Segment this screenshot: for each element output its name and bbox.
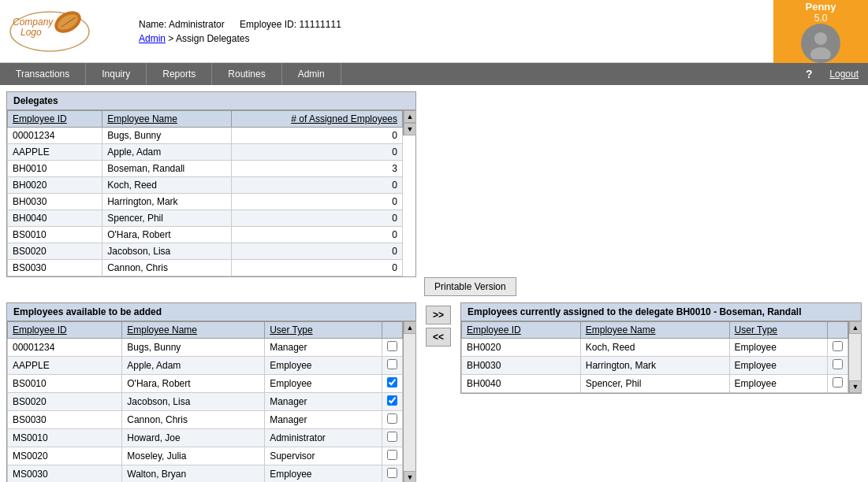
available-cell-empid: MS0020 [8,447,122,465]
assigned-row[interactable]: BH0040 Spencer, Phil Employee [462,375,848,393]
printable-version-button[interactable]: Printable Version [424,277,516,296]
delegates-col-assigned[interactable]: # of Assigned Employees [231,111,402,128]
delegates-row[interactable]: BH0020 Koch, Reed 0 [8,177,403,194]
nav-admin[interactable]: Admin [282,63,341,85]
available-table: Employee ID Employee Name User Type 0000… [7,321,403,482]
assigned-row[interactable]: BH0020 Koch, Reed Employee [462,339,848,357]
assigned-row[interactable]: BH0030 Harrington, Mark Employee [462,357,848,375]
available-checkbox[interactable] [387,377,397,387]
remove-button[interactable]: << [426,328,451,347]
header: Company Logo Name: Administrator Employe… [0,0,868,63]
delegates-row[interactable]: AAPPLE Apple, Adam 0 [8,144,403,161]
available-checkbox[interactable] [387,450,397,460]
available-checkbox[interactable] [387,413,397,424]
nav-routines[interactable]: Routines [212,63,281,85]
assigned-scroll-down[interactable]: ▼ [849,380,862,393]
assigned-cell-check[interactable] [828,375,848,393]
delegates-col-empid[interactable]: Employee ID [8,111,102,128]
available-row[interactable]: BS0030 Cannon, Chris Manager [8,411,403,429]
delegates-panel-title: Delegates [7,92,415,110]
assigned-cell-usertype: Employee [729,375,827,393]
assigned-checkbox[interactable] [833,341,843,351]
available-checkbox[interactable] [387,468,397,478]
assigned-scroll-up[interactable]: ▲ [849,321,862,334]
available-scroll-down[interactable]: ▼ [404,471,416,482]
available-cell-check[interactable] [382,447,403,465]
breadcrumb: Admin > Assign Delegates [139,33,855,44]
available-cell-check[interactable] [382,411,403,429]
available-cell-check[interactable] [382,429,403,447]
delegates-row[interactable]: BH0040 Spencer, Phil 0 [8,210,403,227]
delegates-row[interactable]: BH0010 Boseman, Randall 3 [8,161,403,177]
available-row[interactable]: MS0010 Howard, Joe Administrator [8,429,403,447]
available-cell-check[interactable] [382,375,403,393]
assigned-cell-empid: BH0040 [462,375,581,393]
breadcrumb-admin-link[interactable]: Admin [139,33,166,44]
delegates-col-empname[interactable]: Employee Name [102,111,231,128]
nav-inquiry[interactable]: Inquiry [86,63,147,85]
available-cell-check[interactable] [382,339,403,357]
available-checkbox[interactable] [387,359,397,369]
available-cell-check[interactable] [382,465,403,483]
assigned-checkbox[interactable] [833,377,843,387]
delegates-scroll-down[interactable]: ▼ [404,123,416,135]
available-cell-empid: MS0010 [8,429,122,447]
help-button[interactable]: ? [798,63,820,85]
svg-point-6 [814,32,827,45]
delegates-scroll-up[interactable]: ▲ [404,110,416,123]
available-scroll-track [404,334,415,471]
delegates-cell-empid: 00001234 [8,128,102,144]
available-cell-empid: BS0010 [8,375,122,393]
available-row[interactable]: BS0010 O'Hara, Robert Employee [8,375,403,393]
available-row[interactable]: MS0020 Moseley, Julia Supervisor [8,447,403,465]
bottom-row: Employees available to be added Employee… [6,302,862,482]
assigned-cell-check[interactable] [828,339,848,357]
avatar-icon [805,28,836,59]
delegates-table: Employee ID Employee Name # of Assigned … [7,110,403,276]
available-col-empid[interactable]: Employee ID [8,322,122,339]
delegates-row[interactable]: BS0010 O'Hara, Robert 0 [8,227,403,243]
available-cell-check[interactable] [382,393,403,411]
available-cell-usertype: Employee [265,465,382,483]
delegates-cell-empid: BS0020 [8,243,102,260]
available-cell-empname: Jacobson, Lisa [122,393,265,411]
available-checkbox[interactable] [387,341,397,351]
assigned-cell-usertype: Employee [729,339,827,357]
breadcrumb-sep: > Assign Delegates [168,33,249,44]
available-row[interactable]: MS0030 Walton, Bryan Employee [8,465,403,483]
available-col-usertype[interactable]: User Type [265,322,382,339]
delegates-row[interactable]: BS0020 Jacobson, Lisa 0 [8,243,403,260]
delegates-row[interactable]: 00001234 Bugs, Bunny 0 [8,128,403,144]
delegates-cell-empid: BH0040 [8,210,102,227]
assigned-checkbox[interactable] [833,359,843,369]
add-button[interactable]: >> [426,306,451,324]
available-checkbox[interactable] [387,432,397,442]
available-scroll-up[interactable]: ▲ [404,321,416,334]
logout-button[interactable]: Logout [820,69,868,80]
assigned-col-empid[interactable]: Employee ID [462,322,581,339]
delegates-cell-assigned: 0 [231,194,402,210]
nav-transactions[interactable]: Transactions [0,63,86,85]
available-row[interactable]: 00001234 Bugs, Bunny Manager [8,339,403,357]
assigned-cell-check[interactable] [828,357,848,375]
assigned-header-row: Employee ID Employee Name User Type [462,322,848,339]
nav-reports[interactable]: Reports [147,63,212,85]
emp-id-value: 11111111 [299,19,341,30]
available-row[interactable]: BS0020 Jacobson, Lisa Manager [8,393,403,411]
available-checkbox[interactable] [387,395,397,406]
delegates-cell-empname: Jacobson, Lisa [102,243,231,260]
available-cell-check[interactable] [382,357,403,375]
assigned-col-usertype[interactable]: User Type [729,322,827,339]
delegates-row[interactable]: BH0030 Harrington, Mark 0 [8,194,403,210]
available-cell-empname: Apple, Adam [122,357,265,375]
available-cell-empid: BS0030 [8,411,122,429]
delegates-cell-assigned: 0 [231,227,402,243]
available-col-empname[interactable]: Employee Name [122,322,265,339]
logo-area: Company Logo [0,2,126,61]
available-row[interactable]: AAPPLE Apple, Adam Employee [8,357,403,375]
delegates-row[interactable]: BS0030 Cannon, Chris 0 [8,260,403,276]
assigned-col-empname[interactable]: Employee Name [580,322,729,339]
name-value: Administrator [169,19,225,30]
available-cell-usertype: Manager [265,393,382,411]
delegates-cell-assigned: 0 [231,177,402,194]
